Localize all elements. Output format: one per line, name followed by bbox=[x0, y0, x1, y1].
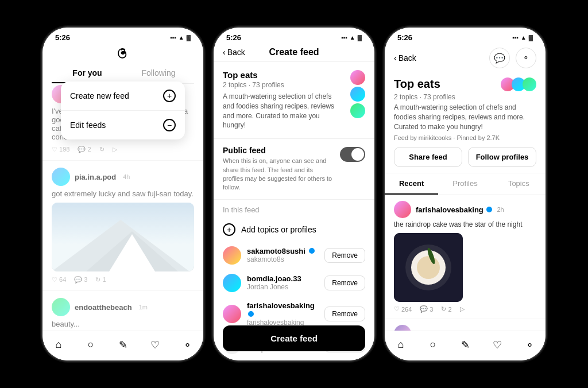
home-icon-3[interactable]: ⌂ bbox=[393, 337, 408, 352]
p3-avatar-3 bbox=[523, 77, 536, 91]
profile-icon-3[interactable]: ⚬ bbox=[522, 337, 537, 352]
p2-title: Create feed bbox=[269, 47, 319, 57]
p3-actions: 💬 ⚬ bbox=[489, 48, 536, 68]
profile-handle-bomdia: Jordan Jones bbox=[247, 283, 319, 291]
time-2: 5:26 bbox=[226, 33, 241, 42]
remove-bomdia-btn[interactable]: Remove bbox=[324, 276, 365, 290]
p3-avatar-farisha bbox=[394, 201, 411, 218]
remove-farisha-btn[interactable]: Remove bbox=[324, 306, 365, 321]
avatar-bomdia bbox=[223, 274, 241, 292]
remove-sakamoto-btn[interactable]: Remove bbox=[324, 248, 365, 263]
svg-point-7 bbox=[417, 256, 440, 279]
p3-back-btn[interactable]: ‹ Back bbox=[394, 53, 416, 63]
profile-name-farisha: farishalovesbaking bbox=[247, 301, 319, 319]
status-icons-3: ▪▪▪ ▲ ▓ bbox=[512, 34, 533, 41]
p3-feed-title-row: Top eats bbox=[394, 77, 536, 91]
p3-feed-avatars bbox=[501, 77, 536, 91]
avatar-endo bbox=[52, 298, 70, 316]
profile-name-sakamoto: sakamoto8sushi bbox=[247, 247, 319, 255]
heart-icon-1[interactable]: ♡ bbox=[148, 337, 163, 352]
search-icon-1[interactable]: ○ bbox=[83, 337, 98, 352]
p3-feed-title: Top eats bbox=[394, 77, 440, 91]
p3-tabs: Recent Profiles Topics bbox=[385, 173, 546, 195]
chat-btn[interactable]: 💬 bbox=[489, 48, 510, 68]
status-bar-1: 5:26 ▪▪▪ ▲ ▓ bbox=[42, 28, 203, 44]
p3-comment-farisha: 💬 3 bbox=[420, 305, 433, 313]
phone-2-screen: 5:26 ▪▪▪ ▲ ▓ ‹ Back Create feed Top eats bbox=[214, 28, 374, 360]
post-text-endo: beauty... bbox=[52, 320, 194, 328]
dish-svg bbox=[394, 233, 463, 302]
p3-post-img-farisha bbox=[394, 233, 463, 302]
share-feed-btn[interactable]: Share feed bbox=[394, 147, 462, 167]
like-pia: ♡ 64 bbox=[52, 276, 66, 284]
p3-action-btns: Share feed Follow profiles bbox=[394, 147, 536, 167]
p3-nav: ‹ Back 💬 ⚬ bbox=[385, 44, 546, 73]
status-bar-3: 5:26 ▪▪▪ ▲ ▓ bbox=[385, 28, 546, 44]
post-image-pia bbox=[52, 203, 194, 271]
follow-profiles-btn[interactable]: Follow profiles bbox=[468, 147, 536, 167]
profile-info-bomdia: bomdia.joao.33 Jordan Jones bbox=[247, 274, 319, 291]
comment-jihe: 💬 2 bbox=[78, 146, 91, 153]
search-icon-3[interactable]: ○ bbox=[425, 337, 440, 352]
time-1: 5:26 bbox=[55, 33, 70, 42]
p2-back-btn[interactable]: ‹ Back bbox=[223, 48, 245, 57]
add-topics-item[interactable]: + Add topics or profiles bbox=[214, 218, 374, 242]
signal-icon: ▪▪▪ bbox=[170, 34, 176, 41]
post-pia: pia.in.a.pod 4h got extremely lucky and … bbox=[42, 161, 203, 291]
feed-card-desc: A mouth-watering selection of chefs and … bbox=[223, 92, 345, 130]
feed-card-meta: 2 topics · 73 profiles bbox=[223, 81, 345, 89]
create-new-feed-item[interactable]: Create new feed + bbox=[61, 82, 185, 111]
time-pia: 4h bbox=[123, 173, 130, 180]
post-endo: endoatthebeach 1m beauty... ♡ 2 💬 3 bbox=[42, 291, 203, 331]
compose-icon-1[interactable]: ✎ bbox=[115, 337, 130, 352]
phone-3: 5:26 ▪▪▪ ▲ ▓ ‹ Back 💬 ⚬ To bbox=[385, 28, 546, 360]
p3-post-farisha: farishalovesbaking 2h the raindrop cake … bbox=[385, 195, 546, 319]
feed-pinned: Pinned by 2.7K bbox=[457, 134, 500, 141]
wifi-icon-2: ▲ bbox=[350, 34, 355, 41]
status-icons-2: ▪▪▪ ▲ ▓ bbox=[341, 34, 362, 41]
p3-post-name-farisha: farishalovesbaking bbox=[416, 205, 492, 214]
p3-feed-header: Top eats 2 topics · 73 profiles A mouth-… bbox=[385, 73, 546, 173]
edit-feeds-item[interactable]: Edit feeds − bbox=[61, 111, 185, 139]
phone-2: 5:26 ▪▪▪ ▲ ▓ ‹ Back Create feed Top eats bbox=[214, 28, 374, 360]
more-btn[interactable]: ⚬ bbox=[516, 48, 536, 68]
like-jihe: ♡ 198 bbox=[52, 146, 69, 153]
p3-post-time-farisha: 2h bbox=[497, 206, 504, 213]
p3-feed-desc: A mouth-watering selection of chefs and … bbox=[394, 103, 536, 131]
share-jihe: ▷ bbox=[113, 146, 117, 153]
repost-jihe: ↻ bbox=[99, 146, 105, 153]
p3-like-farisha: ♡ 264 bbox=[394, 305, 412, 313]
p3-repost-farisha: ↻ 2 bbox=[441, 305, 451, 313]
tab-profiles[interactable]: Profiles bbox=[438, 173, 492, 195]
p3-verified-farisha bbox=[486, 207, 492, 212]
feed-card: Top eats 2 topics · 73 profiles A mouth-… bbox=[214, 62, 374, 138]
feed-author-label: Feed by bbox=[394, 134, 419, 141]
signal-icon-2: ▪▪▪ bbox=[341, 34, 347, 41]
wifi-icon-3: ▲ bbox=[521, 34, 527, 41]
add-circle-icon: + bbox=[223, 223, 235, 236]
create-new-feed-label: Create new feed bbox=[70, 91, 129, 100]
tab-recent[interactable]: Recent bbox=[385, 173, 438, 195]
feed-card-title: Top eats bbox=[223, 70, 345, 80]
phone-1-screen: 5:26 ▪▪▪ ▲ ▓ For you Following bbox=[42, 28, 203, 360]
toggle-label: Public feed bbox=[223, 146, 333, 155]
repost-pia: ↻ 1 bbox=[95, 276, 106, 284]
wifi-icon: ▲ bbox=[179, 34, 184, 41]
p2-back-label: Back bbox=[227, 48, 245, 57]
create-feed-btn[interactable]: Create feed bbox=[223, 325, 365, 351]
profile-item-sakamoto: sakamoto8sushi sakamoto8s Remove bbox=[214, 242, 374, 269]
in-feed-label: In this feed bbox=[214, 200, 374, 218]
profile-icon-1[interactable]: ⚬ bbox=[180, 337, 195, 352]
home-icon-1[interactable]: ⌂ bbox=[51, 337, 66, 352]
add-topics-label: Add topics or profiles bbox=[241, 225, 316, 234]
dropdown-menu: Create new feed + Edit feeds − bbox=[61, 82, 185, 139]
tab-topics[interactable]: Topics bbox=[492, 173, 546, 195]
heart-icon-3[interactable]: ♡ bbox=[490, 337, 505, 352]
profile-info-farisha: farishalovesbaking farishalovesbaking bbox=[247, 301, 319, 327]
threads-logo bbox=[115, 44, 131, 60]
profile-handle-sakamoto: sakamoto8s bbox=[247, 255, 319, 263]
public-feed-toggle[interactable] bbox=[340, 147, 365, 162]
toggle-desc: When this is on, anyone can see and shar… bbox=[223, 157, 333, 192]
verified-sakamoto bbox=[309, 248, 315, 254]
compose-icon-3[interactable]: ✎ bbox=[458, 337, 473, 352]
